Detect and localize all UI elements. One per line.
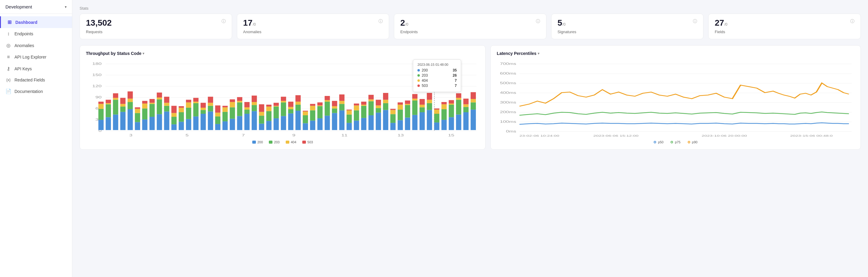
stat-superscript-endpoints: /0 <box>405 22 408 27</box>
legend-circle-p75 <box>671 141 673 143</box>
line-chart-svg: 700ms 600ms 500ms 400ms 300ms 200ms 100m… <box>497 59 855 138</box>
sidebar-item-endpoints[interactable]: ↕ Endpoints <box>0 28 72 39</box>
legend-label-p50: p50 <box>658 140 663 144</box>
stat-number-anomalies: 17 <box>243 18 253 27</box>
tooltip-val-503: 7 <box>455 84 457 88</box>
svg-text:600ms: 600ms <box>500 72 516 75</box>
sidebar-label-redacted-fields: Redacted Fields <box>14 78 45 82</box>
charts-row: Throughput by Status Code ▾ 2023-06-15 0… <box>80 45 861 150</box>
stat-card-anomalies: 17/0 ⓘ Anomalies <box>237 13 390 39</box>
sidebar: Development ▾ ⊞ Dashboard ↕ Endpoints ◎ … <box>0 0 72 277</box>
tooltip-dot-203 <box>417 74 420 77</box>
throughput-legend: 200 203 404 503 <box>86 140 479 144</box>
tooltip-val-203: 26 <box>453 73 457 78</box>
tooltip-dot-200 <box>417 69 420 72</box>
svg-text:400ms: 400ms <box>500 91 516 94</box>
latency-chart-header: Latency Percentiles ▾ <box>497 51 855 56</box>
sidebar-label-anomalies: Anomalies <box>14 43 34 48</box>
latency-legend: p50 p75 p90 <box>497 140 855 144</box>
legend-label-203: 203 <box>274 140 279 144</box>
tooltip-row-203: 203 26 <box>417 73 457 78</box>
throughput-bar-chart: 2023-06-15 01:48:00 200 35 203 26 <box>86 59 479 138</box>
tooltip-dot-503 <box>417 84 420 87</box>
stat-label-endpoints: Endpoints <box>400 30 540 34</box>
svg-text:30: 30 <box>95 118 101 121</box>
tooltip-row-200: 200 35 <box>417 68 457 73</box>
tooltip-row-503: 503 7 <box>417 84 457 88</box>
sidebar-item-api-log-explorer[interactable]: ≡ API Log Explorer <box>0 51 72 63</box>
legend-color-200 <box>252 141 256 144</box>
svg-text:0: 0 <box>98 129 101 133</box>
legend-item-p75: p75 <box>671 140 680 144</box>
sidebar-item-anomalies[interactable]: ◎ Anomalies <box>0 39 72 51</box>
legend-label-404: 404 <box>291 140 296 144</box>
sidebar-item-dashboard[interactable]: ⊞ Dashboard <box>0 16 72 28</box>
sidebar-label-dashboard: Dashboard <box>16 20 37 25</box>
stat-label-fields: Fields <box>715 30 855 34</box>
sidebar-label-documentation: Documentation <box>14 89 43 94</box>
sidebar-label-endpoints: Endpoints <box>14 31 33 36</box>
throughput-chevron-icon: ▾ <box>143 52 144 56</box>
env-label: Development <box>5 4 32 9</box>
stat-card-fields: 27/0 ⓘ Fields <box>708 13 861 39</box>
sidebar-nav: ⊞ Dashboard ↕ Endpoints ◎ Anomalies ≡ AP… <box>0 14 72 100</box>
documentation-icon: 📄 <box>5 88 11 94</box>
svg-text:200ms: 200ms <box>500 110 516 114</box>
sidebar-item-redacted-fields[interactable]: {x} Redacted Fields <box>0 75 72 85</box>
svg-text:700ms: 700ms <box>500 62 516 65</box>
legend-color-503 <box>302 141 306 144</box>
tooltip-row-404: 404 7 <box>417 79 457 83</box>
svg-text:23-02-06 10:24:00: 23-02-06 10:24:00 <box>520 134 559 137</box>
legend-label-503: 503 <box>307 140 313 144</box>
legend-item-203: 203 <box>269 140 279 144</box>
stat-label-anomalies: Anomalies <box>243 30 383 34</box>
tooltip-val-404: 7 <box>455 79 457 83</box>
tooltip-dot-404 <box>417 79 420 82</box>
throughput-chart-title[interactable]: Throughput by Status Code ▾ <box>86 51 144 56</box>
legend-label-p90: p90 <box>692 140 698 144</box>
tooltip-code-200: 200 <box>422 68 428 73</box>
info-icon-signatures[interactable]: ⓘ <box>693 19 697 24</box>
stat-card-requests: 13,502 ⓘ Requests <box>80 13 232 39</box>
chevron-down-icon: ▾ <box>65 5 67 9</box>
redacted-fields-icon: {x} <box>5 78 11 82</box>
legend-label-p75: p75 <box>675 140 680 144</box>
stat-label-signatures: Signatures <box>558 30 698 34</box>
svg-text:11: 11 <box>341 134 347 137</box>
sidebar-item-documentation[interactable]: 📄 Documentation <box>0 85 72 97</box>
svg-text:0ms: 0ms <box>506 130 516 133</box>
sidebar-item-api-keys[interactable]: ⚷ API Keys <box>0 63 72 75</box>
latency-line-chart: 700ms 600ms 500ms 400ms 300ms 200ms 100m… <box>497 59 855 138</box>
svg-text:2023-15-06 00:48:0: 2023-15-06 00:48:0 <box>790 134 833 137</box>
tooltip-code-404: 404 <box>422 79 428 83</box>
latency-chevron-icon: ▾ <box>538 52 539 56</box>
p75-line <box>520 112 849 115</box>
svg-text:5: 5 <box>185 134 188 137</box>
info-icon-anomalies[interactable]: ⓘ <box>378 19 383 24</box>
legend-circle-p50 <box>654 141 656 143</box>
latency-chart-title[interactable]: Latency Percentiles ▾ <box>497 51 539 56</box>
stat-number-fields: 27 <box>715 18 724 27</box>
dashboard-icon: ⊞ <box>6 19 12 25</box>
sidebar-label-api-keys: API Keys <box>14 66 32 71</box>
info-icon-requests[interactable]: ⓘ <box>221 19 226 24</box>
legend-color-203 <box>269 141 273 144</box>
api-keys-icon: ⚷ <box>5 66 11 72</box>
env-selector[interactable]: Development ▾ <box>0 0 72 14</box>
svg-text:100ms: 100ms <box>500 120 516 123</box>
stat-number-requests: 13,502 <box>86 18 112 27</box>
svg-text:7: 7 <box>242 134 245 137</box>
tooltip-val-200: 35 <box>453 68 457 73</box>
sidebar-label-api-log: API Log Explorer <box>14 55 46 59</box>
throughput-tooltip: 2023-06-15 01:48:00 200 35 203 26 <box>413 59 461 92</box>
stat-card-endpoints: 2/0 ⓘ Endpoints <box>394 13 547 39</box>
stat-number-signatures: 5 <box>558 18 562 27</box>
svg-text:13: 13 <box>398 134 404 137</box>
api-log-icon: ≡ <box>5 54 11 60</box>
stat-superscript-anomalies: /0 <box>253 22 256 27</box>
svg-text:9: 9 <box>292 134 296 137</box>
svg-text:120: 120 <box>92 84 101 88</box>
main-content: Stats 13,502 ⓘ Requests 17/0 ⓘ Anomalies <box>72 0 868 277</box>
info-icon-fields[interactable]: ⓘ <box>850 19 855 24</box>
info-icon-endpoints[interactable]: ⓘ <box>536 19 540 24</box>
